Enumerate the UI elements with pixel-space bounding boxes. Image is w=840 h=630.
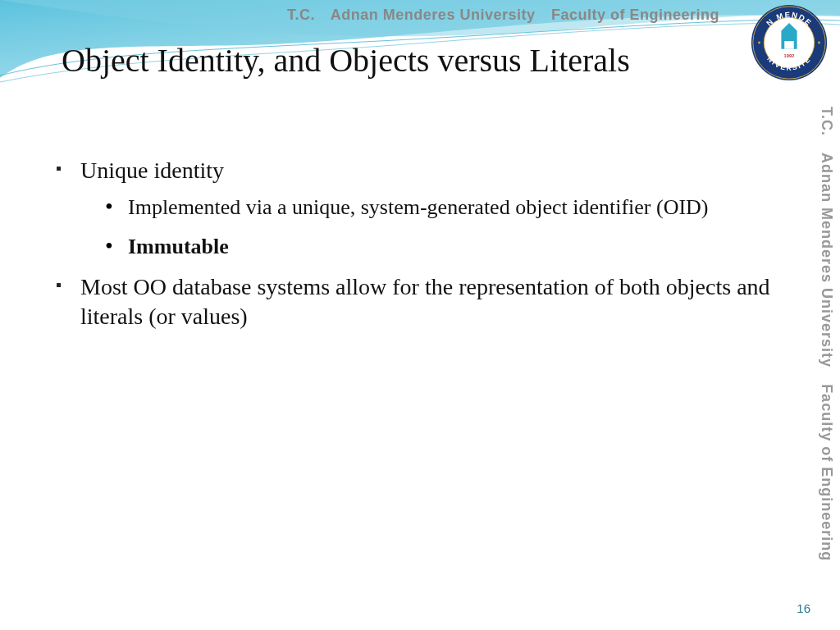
bullet-text: Implemented via a unique, system-generat… <box>128 195 709 219</box>
university-logo: N MENDE NIVERSITE 1992 <box>750 3 829 82</box>
bullet-text: Immutable <box>128 235 229 258</box>
header-institution-text: T.C. Adnan Menderes University Faculty o… <box>287 7 719 24</box>
page-number: 16 <box>797 601 810 615</box>
bullet-oo-database: Most OO database systems allow for the r… <box>56 272 774 332</box>
vertical-faculty: Faculty of Engineering <box>819 384 835 561</box>
vertical-university: Adnan Menderes University <box>819 153 835 368</box>
svg-point-7 <box>758 42 760 44</box>
slide-content: Unique identity Implemented via a unique… <box>56 156 774 342</box>
bullet-text: Most OO database systems allow for the r… <box>80 274 770 329</box>
sub-bullet-oid: Implemented via a unique, system-generat… <box>105 194 774 221</box>
vertical-institution-text: T.C. Adnan Menderes University Faculty o… <box>815 107 835 599</box>
sub-bullet-immutable: Immutable <box>105 233 774 261</box>
bullet-unique-identity: Unique identity Implemented via a unique… <box>56 156 774 261</box>
header-tc: T.C. <box>287 7 315 23</box>
svg-text:1992: 1992 <box>784 53 795 58</box>
bullet-text: Unique identity <box>80 158 224 183</box>
svg-point-8 <box>818 42 820 44</box>
slide-title: Object Identity, and Objects versus Lite… <box>62 41 630 80</box>
header-faculty: Faculty of Engineering <box>551 7 719 23</box>
vertical-tc: T.C. <box>819 107 835 136</box>
header-university: Adnan Menderes University <box>331 7 536 23</box>
